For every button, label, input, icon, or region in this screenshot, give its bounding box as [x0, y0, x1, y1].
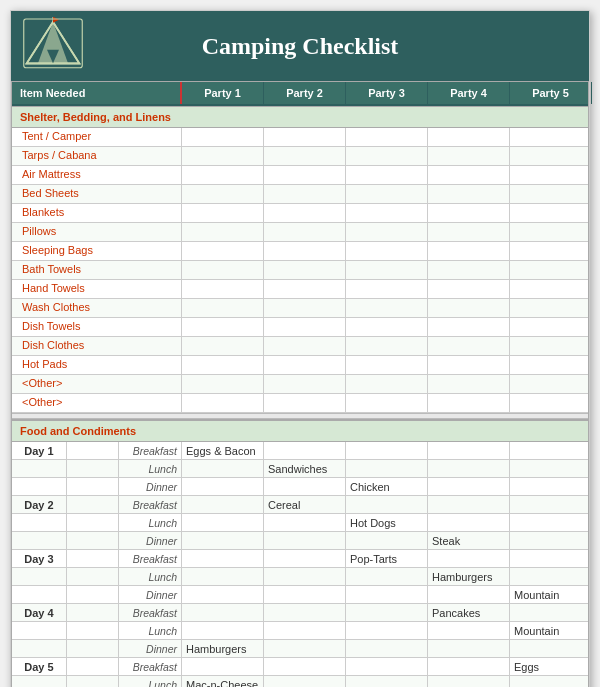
food-party-cell[interactable]	[346, 568, 428, 585]
food-party-cell[interactable]	[428, 496, 510, 513]
shelter-party-cell[interactable]	[510, 261, 592, 279]
shelter-party-cell[interactable]	[428, 337, 510, 355]
shelter-party-cell[interactable]	[182, 337, 264, 355]
shelter-party-cell[interactable]	[182, 356, 264, 374]
shelter-party-cell[interactable]	[182, 261, 264, 279]
food-party-cell[interactable]	[346, 586, 428, 603]
food-party-cell[interactable]	[510, 568, 592, 585]
shelter-party-cell[interactable]	[182, 394, 264, 412]
food-party-cell[interactable]: Eggs & Bacon	[182, 442, 264, 459]
shelter-party-cell[interactable]	[264, 394, 346, 412]
food-party-cell[interactable]	[264, 478, 346, 495]
food-party-cell[interactable]	[346, 460, 428, 477]
shelter-party-cell[interactable]	[182, 147, 264, 165]
shelter-party-cell[interactable]	[182, 299, 264, 317]
food-party-cell[interactable]	[510, 604, 592, 621]
food-party-cell[interactable]	[510, 478, 592, 495]
food-party-cell[interactable]: Mac-n-Cheese	[182, 676, 264, 687]
food-party-cell[interactable]	[428, 676, 510, 687]
food-party-cell[interactable]	[428, 550, 510, 567]
shelter-party-cell[interactable]	[510, 242, 592, 260]
shelter-party-cell[interactable]	[428, 261, 510, 279]
shelter-party-cell[interactable]	[264, 318, 346, 336]
shelter-party-cell[interactable]	[346, 299, 428, 317]
shelter-party-cell[interactable]	[264, 242, 346, 260]
food-party-cell[interactable]	[182, 532, 264, 549]
food-party-cell[interactable]: Hot Dogs	[346, 514, 428, 531]
shelter-party-cell[interactable]	[428, 375, 510, 393]
food-party-cell[interactable]: Sandwiches	[264, 460, 346, 477]
food-party-cell[interactable]	[346, 658, 428, 675]
food-party-cell[interactable]	[510, 496, 592, 513]
food-party-cell[interactable]	[264, 622, 346, 639]
food-party-cell[interactable]	[264, 550, 346, 567]
food-party-cell[interactable]	[264, 640, 346, 657]
shelter-party-cell[interactable]	[346, 356, 428, 374]
shelter-party-cell[interactable]	[510, 337, 592, 355]
food-party-cell[interactable]	[182, 514, 264, 531]
shelter-party-cell[interactable]	[428, 128, 510, 146]
food-party-cell[interactable]	[264, 658, 346, 675]
shelter-party-cell[interactable]	[510, 299, 592, 317]
food-party-cell[interactable]	[510, 640, 592, 657]
shelter-party-cell[interactable]	[264, 204, 346, 222]
shelter-party-cell[interactable]	[510, 128, 592, 146]
shelter-party-cell[interactable]	[346, 204, 428, 222]
shelter-party-cell[interactable]	[346, 223, 428, 241]
shelter-party-cell[interactable]	[264, 356, 346, 374]
food-party-cell[interactable]	[510, 514, 592, 531]
food-party-cell[interactable]: Cereal	[264, 496, 346, 513]
shelter-party-cell[interactable]	[510, 375, 592, 393]
food-party-cell[interactable]	[182, 604, 264, 621]
food-party-cell[interactable]	[428, 442, 510, 459]
shelter-party-cell[interactable]	[428, 242, 510, 260]
food-party-cell[interactable]	[428, 622, 510, 639]
food-party-cell[interactable]	[346, 532, 428, 549]
shelter-party-cell[interactable]	[264, 299, 346, 317]
shelter-party-cell[interactable]	[264, 128, 346, 146]
food-party-cell[interactable]: Hamburgers	[182, 640, 264, 657]
food-party-cell[interactable]: Hamburgers	[428, 568, 510, 585]
shelter-party-cell[interactable]	[428, 204, 510, 222]
shelter-party-cell[interactable]	[510, 147, 592, 165]
shelter-party-cell[interactable]	[182, 280, 264, 298]
food-party-cell[interactable]	[264, 532, 346, 549]
shelter-party-cell[interactable]	[182, 223, 264, 241]
food-party-cell[interactable]	[510, 532, 592, 549]
food-party-cell[interactable]	[346, 442, 428, 459]
food-party-cell[interactable]	[428, 478, 510, 495]
shelter-party-cell[interactable]	[428, 223, 510, 241]
shelter-party-cell[interactable]	[182, 242, 264, 260]
shelter-party-cell[interactable]	[510, 356, 592, 374]
shelter-party-cell[interactable]	[264, 166, 346, 184]
shelter-party-cell[interactable]	[264, 223, 346, 241]
shelter-party-cell[interactable]	[428, 185, 510, 203]
food-party-cell[interactable]	[346, 496, 428, 513]
food-party-cell[interactable]	[182, 586, 264, 603]
shelter-party-cell[interactable]	[428, 280, 510, 298]
food-party-cell[interactable]	[510, 442, 592, 459]
shelter-party-cell[interactable]	[346, 242, 428, 260]
food-party-cell[interactable]: Pancakes	[428, 604, 510, 621]
food-party-cell[interactable]: Steak	[428, 532, 510, 549]
food-party-cell[interactable]	[182, 550, 264, 567]
food-party-cell[interactable]	[182, 496, 264, 513]
shelter-party-cell[interactable]	[428, 394, 510, 412]
shelter-party-cell[interactable]	[182, 318, 264, 336]
food-party-cell[interactable]	[346, 676, 428, 687]
food-party-cell[interactable]: Mountain	[510, 622, 592, 639]
food-party-cell[interactable]	[264, 604, 346, 621]
shelter-party-cell[interactable]	[428, 318, 510, 336]
food-party-cell[interactable]	[182, 622, 264, 639]
shelter-party-cell[interactable]	[346, 318, 428, 336]
shelter-party-cell[interactable]	[264, 261, 346, 279]
shelter-party-cell[interactable]	[346, 337, 428, 355]
shelter-party-cell[interactable]	[510, 204, 592, 222]
shelter-party-cell[interactable]	[182, 204, 264, 222]
shelter-party-cell[interactable]	[182, 128, 264, 146]
food-party-cell[interactable]	[428, 658, 510, 675]
shelter-party-cell[interactable]	[346, 147, 428, 165]
food-party-cell[interactable]	[264, 442, 346, 459]
food-party-cell[interactable]	[428, 586, 510, 603]
shelter-party-cell[interactable]	[346, 261, 428, 279]
